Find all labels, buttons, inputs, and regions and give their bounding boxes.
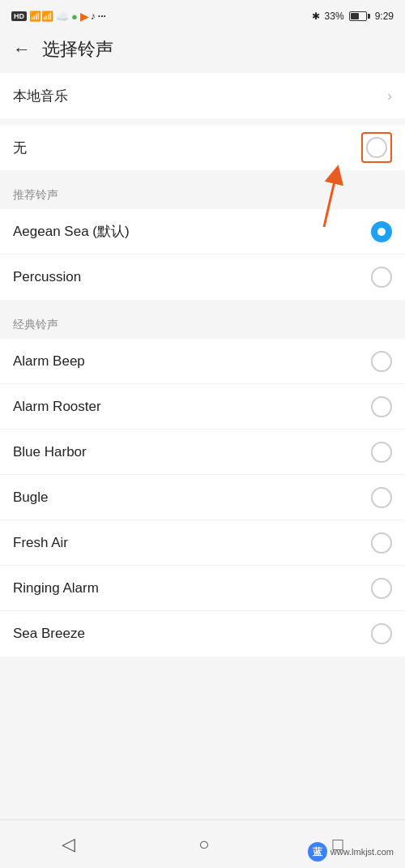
aegean-sea-label: Aegean Sea (默认) bbox=[13, 222, 130, 241]
list-item[interactable]: Bugle bbox=[0, 475, 405, 520]
signal-text: 📶📶 bbox=[29, 11, 53, 22]
back-nav-button[interactable]: ◁ bbox=[45, 827, 92, 862]
watermark-text: www.lmkjst.com bbox=[330, 847, 394, 857]
bottom-nav: ◁ ○ □ 蓝 www.lmkjst.com bbox=[0, 819, 405, 868]
alarm-beep-label: Alarm Beep bbox=[13, 353, 85, 370]
classic-section: Alarm Beep Alarm Rooster Blue Harbor Bug… bbox=[0, 339, 405, 656]
none-radio-highlight bbox=[361, 132, 392, 163]
bugle-label: Bugle bbox=[13, 490, 48, 506]
classic-section-header: 经典铃声 bbox=[0, 306, 405, 339]
battery-icon bbox=[349, 11, 370, 21]
status-left: HD 📶📶 ☁️ ● ▶ ♪ ··· bbox=[11, 11, 106, 23]
none-item[interactable]: 无 bbox=[0, 125, 405, 170]
more-dots: ··· bbox=[98, 11, 106, 22]
percussion-label: Percussion bbox=[13, 269, 81, 285]
fresh-air-label: Fresh Air bbox=[13, 535, 68, 551]
none-section: 无 bbox=[0, 125, 405, 170]
none-label: 无 bbox=[13, 139, 27, 157]
ringing-alarm-radio[interactable] bbox=[371, 578, 392, 599]
local-music-item[interactable]: 本地音乐 › bbox=[0, 73, 405, 118]
none-radio[interactable] bbox=[366, 137, 387, 158]
bluetooth-icon: ✱ bbox=[312, 11, 320, 22]
list-item[interactable]: Alarm Rooster bbox=[0, 384, 405, 430]
alarm-beep-radio[interactable] bbox=[371, 351, 392, 372]
cloud-icon: ☁️ bbox=[56, 11, 69, 23]
page-header: ← 选择铃声 bbox=[0, 29, 405, 73]
status-right: ✱ 33% 9:29 bbox=[312, 11, 394, 22]
alarm-rooster-radio[interactable] bbox=[371, 396, 392, 417]
recommended-section-header: 推荐铃声 bbox=[0, 177, 405, 209]
back-button[interactable]: ← bbox=[13, 41, 31, 58]
fresh-air-radio[interactable] bbox=[371, 532, 392, 554]
bugle-radio[interactable] bbox=[371, 487, 392, 508]
percussion-radio[interactable] bbox=[371, 267, 392, 288]
list-item[interactable]: Aegean Sea (默认) bbox=[0, 209, 405, 254]
local-music-label: 本地音乐 bbox=[13, 87, 68, 105]
tiktok-icon: ♪ bbox=[91, 11, 96, 22]
page-title: 选择铃声 bbox=[42, 37, 113, 62]
blue-harbor-radio[interactable] bbox=[371, 442, 392, 463]
battery-percent: 33% bbox=[325, 11, 344, 22]
blue-harbor-label: Blue Harbor bbox=[13, 444, 87, 460]
recommended-section: Aegean Sea (默认) Percussion bbox=[0, 209, 405, 300]
sea-breeze-radio[interactable] bbox=[371, 623, 392, 644]
time-display: 9:29 bbox=[375, 11, 394, 22]
hd-badge: HD bbox=[11, 11, 27, 21]
status-bar: HD 📶📶 ☁️ ● ▶ ♪ ··· ✱ 33% 9:29 bbox=[0, 0, 405, 29]
home-nav-button[interactable]: ○ bbox=[182, 827, 225, 862]
list-item[interactable]: Blue Harbor bbox=[0, 430, 405, 475]
list-item[interactable]: Sea Breeze bbox=[0, 611, 405, 656]
green-dot: ● bbox=[71, 11, 78, 23]
watermark-icon: 蓝 bbox=[308, 842, 327, 862]
play-icon: ▶ bbox=[80, 11, 88, 23]
local-music-section: 本地音乐 › bbox=[0, 73, 405, 118]
list-item[interactable]: Ringing Alarm bbox=[0, 566, 405, 611]
list-item[interactable]: Fresh Air bbox=[0, 520, 405, 566]
chevron-right-icon: › bbox=[387, 88, 392, 105]
alarm-rooster-label: Alarm Rooster bbox=[13, 399, 101, 415]
sea-breeze-label: Sea Breeze bbox=[13, 626, 85, 642]
aegean-sea-radio[interactable] bbox=[371, 221, 392, 242]
watermark: 蓝 www.lmkjst.com bbox=[308, 842, 394, 862]
ringing-alarm-label: Ringing Alarm bbox=[13, 580, 99, 596]
list-item[interactable]: Percussion bbox=[0, 254, 405, 300]
list-item[interactable]: Alarm Beep bbox=[0, 339, 405, 384]
